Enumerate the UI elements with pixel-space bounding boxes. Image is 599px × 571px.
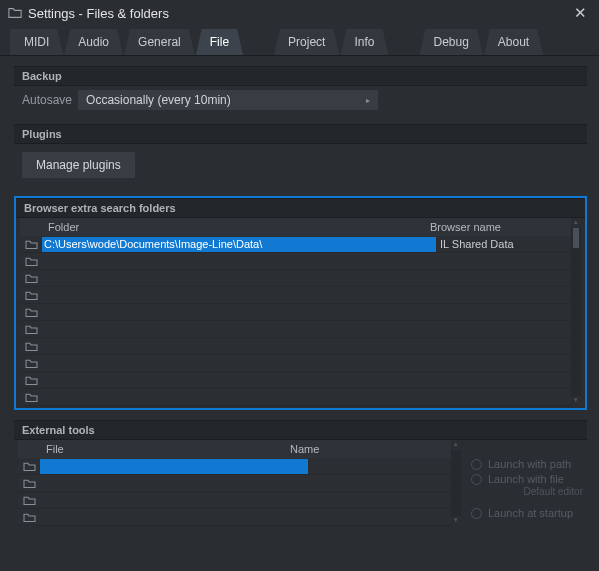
chevron-right-icon: ▸ [366, 96, 370, 105]
folder-path [42, 271, 436, 286]
browser-folder-row[interactable] [20, 372, 571, 389]
folder-path [42, 322, 436, 337]
scroll-down-icon[interactable]: ▾ [571, 396, 581, 406]
browser-folder-row[interactable]: C:\Users\wode\Documents\Image-Line\Data\… [20, 236, 571, 253]
folder-icon [20, 392, 42, 403]
browser-folder-row[interactable] [20, 389, 571, 406]
section-external: External tools File Name ▴ ▾ [14, 420, 587, 526]
folder-icon [20, 341, 42, 352]
tab-general[interactable]: General [124, 29, 195, 55]
launch-at-startup-option[interactable]: Launch at startup [471, 507, 583, 519]
section-browser: Browser extra search folders Folder Brow… [14, 196, 587, 410]
external-scrollbar[interactable]: ▴ ▾ [451, 440, 461, 526]
col-ext-name: Name [286, 443, 441, 455]
section-title-browser: Browser extra search folders [16, 198, 585, 218]
external-options: Launch with path Launch with file Defaul… [471, 440, 583, 526]
folder-icon [20, 239, 42, 250]
folder-icon [8, 6, 22, 20]
tab-info[interactable]: Info [340, 29, 388, 55]
default-editor-label: Default editor [471, 486, 583, 497]
section-backup: Backup Autosave Occasionally (every 10mi… [14, 66, 587, 114]
browser-scrollbar[interactable]: ▴ ▾ [571, 218, 581, 406]
folder-icon [20, 290, 42, 301]
autosave-value: Occasionally (every 10min) [86, 93, 231, 107]
tab-file[interactable]: File [196, 29, 243, 55]
browser-name: IL Shared Data [436, 238, 571, 250]
section-title-plugins: Plugins [14, 124, 587, 144]
folder-icon [20, 256, 42, 267]
external-tools-list[interactable]: File Name [18, 440, 451, 526]
scroll-down-icon[interactable]: ▾ [451, 516, 461, 526]
tab-bar: MIDI Audio General File Project Info Deb… [0, 26, 599, 56]
folder-icon [20, 273, 42, 284]
browser-folder-row[interactable] [20, 355, 571, 372]
tab-about[interactable]: About [484, 29, 543, 55]
tool-file [40, 459, 308, 474]
folder-path: C:\Users\wode\Documents\Image-Line\Data\ [42, 237, 436, 252]
external-list-header: File Name [18, 440, 451, 458]
col-folder: Folder [20, 221, 426, 233]
folder-icon [20, 358, 42, 369]
folder-icon [20, 375, 42, 386]
browser-folder-list[interactable]: Folder Browser name C:\Users\wode\Docume… [20, 218, 571, 406]
tool-file [40, 493, 308, 508]
manage-plugins-button[interactable]: Manage plugins [22, 152, 135, 178]
external-tool-row[interactable] [18, 475, 451, 492]
folder-path [42, 288, 436, 303]
browser-folder-row[interactable] [20, 338, 571, 355]
col-browser-name: Browser name [426, 221, 561, 233]
browser-folder-row[interactable] [20, 270, 571, 287]
col-file: File [18, 443, 286, 455]
tab-midi[interactable]: MIDI [10, 29, 63, 55]
external-tool-row[interactable] [18, 509, 451, 526]
folder-path [42, 356, 436, 371]
autosave-label: Autosave [22, 93, 72, 107]
folder-path [42, 305, 436, 320]
tab-project[interactable]: Project [274, 29, 339, 55]
browser-list-header: Folder Browser name [20, 218, 571, 236]
browser-folder-row[interactable] [20, 253, 571, 270]
scroll-up-icon[interactable]: ▴ [571, 218, 581, 228]
window-title: Settings - Files & folders [28, 6, 169, 21]
folder-path [42, 339, 436, 354]
folder-path [42, 373, 436, 388]
radio-icon [471, 508, 482, 519]
folder-path [42, 390, 436, 405]
launch-with-file-option[interactable]: Launch with file [471, 473, 583, 485]
section-title-external: External tools [14, 420, 587, 440]
radio-icon [471, 459, 482, 470]
radio-icon [471, 474, 482, 485]
tool-file [40, 476, 308, 491]
folder-icon [18, 478, 40, 489]
close-icon[interactable]: ✕ [570, 2, 591, 24]
tool-file [40, 510, 308, 525]
folder-icon [18, 461, 40, 472]
autosave-dropdown[interactable]: Occasionally (every 10min) ▸ [78, 90, 378, 110]
titlebar: Settings - Files & folders ✕ [0, 0, 599, 26]
section-title-backup: Backup [14, 66, 587, 86]
browser-folder-row[interactable] [20, 321, 571, 338]
browser-folder-row[interactable] [20, 304, 571, 321]
scroll-up-icon[interactable]: ▴ [451, 440, 461, 450]
folder-icon [18, 512, 40, 523]
folder-icon [18, 495, 40, 506]
section-plugins: Plugins Manage plugins [14, 124, 587, 186]
external-tool-row[interactable] [18, 492, 451, 509]
scroll-thumb[interactable] [573, 228, 579, 248]
tab-debug[interactable]: Debug [419, 29, 482, 55]
launch-with-path-option[interactable]: Launch with path [471, 458, 583, 470]
folder-path [42, 254, 436, 269]
browser-folder-row[interactable] [20, 287, 571, 304]
folder-icon [20, 324, 42, 335]
tab-audio[interactable]: Audio [64, 29, 123, 55]
external-tool-row[interactable] [18, 458, 451, 475]
folder-icon [20, 307, 42, 318]
